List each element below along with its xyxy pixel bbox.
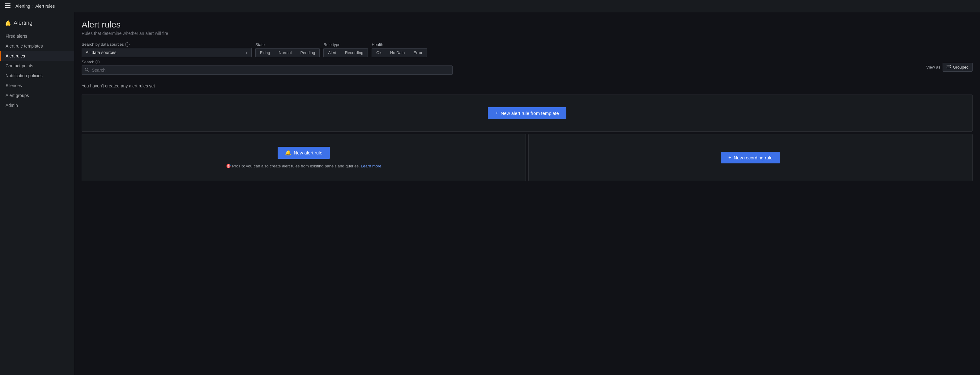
health-filter: Ok No Data Error — [372, 48, 427, 57]
template-card: + New alert rule from template — [82, 95, 972, 131]
layout: 🔔 Alerting Fired alerts Alert rule templ… — [0, 0, 980, 375]
two-column-card-row: 🔔 New alert rule 🎯 ProTip: you can also … — [82, 134, 972, 181]
state-filter-pending[interactable]: Pending — [296, 49, 319, 57]
view-as-container: View as Grouped — [926, 63, 972, 72]
sidebar-nav: Fired alerts Alert rule templates Alert … — [0, 31, 74, 110]
datasource-info-icon[interactable]: i — [125, 42, 129, 47]
search-info-icon[interactable]: i — [95, 60, 100, 64]
datasource-select[interactable]: All data sources ▾ — [82, 48, 251, 57]
rule-type-filter-recording[interactable]: Recording — [341, 49, 368, 57]
svg-rect-0 — [5, 3, 11, 4]
sidebar-item-notification-policies[interactable]: Notification policies — [0, 71, 74, 81]
sidebar-title: Alerting — [14, 20, 32, 26]
new-recording-rule-label: New recording rule — [733, 155, 773, 160]
view-as-grouped-label: Grouped — [953, 65, 969, 70]
health-filter-nodata[interactable]: No Data — [386, 49, 409, 57]
svg-rect-2 — [5, 7, 11, 8]
health-filter-ok[interactable]: Ok — [372, 49, 386, 57]
state-filter-label: State — [255, 42, 320, 47]
view-as-grouped-button[interactable]: Grouped — [943, 63, 972, 72]
state-filter-firing[interactable]: Firing — [256, 49, 275, 57]
recording-card: + New recording rule — [528, 134, 972, 181]
state-filter: Firing Normal Pending — [255, 48, 320, 57]
breadcrumb-current: Alert rules — [35, 4, 55, 9]
filter-row-1: Search by data sources i All data source… — [82, 42, 972, 57]
learn-more-link[interactable]: Learn more — [361, 164, 381, 168]
health-filter-error[interactable]: Error — [409, 49, 426, 57]
sidebar-item-silences[interactable]: Silences — [0, 81, 74, 90]
filters-container: Search by data sources i All data source… — [82, 42, 972, 75]
search-row: Search i View as — [82, 60, 972, 75]
svg-rect-6 — [947, 67, 951, 68]
select-dropdown-arrow: ▾ — [245, 50, 248, 55]
page-subtitle: Rules that determine whether an alert wi… — [82, 31, 972, 36]
datasource-select-value: All data sources — [86, 50, 116, 55]
rule-type-filter: Alert Recording — [323, 48, 368, 57]
breadcrumb: Alerting › Alert rules — [16, 4, 55, 9]
sidebar-item-admin[interactable]: Admin — [0, 100, 74, 110]
hamburger-menu-icon[interactable] — [5, 3, 11, 9]
bell-icon: 🔔 — [5, 20, 11, 26]
protip-text: 🎯 ProTip: you can also create alert rule… — [226, 164, 382, 168]
sidebar-item-alert-rule-templates[interactable]: Alert rule templates — [0, 41, 74, 51]
rule-type-filter-label: Rule type — [323, 42, 368, 47]
search-input-container — [82, 65, 453, 75]
empty-state-message: You haven't created any alert rules yet — [82, 80, 972, 92]
new-alert-rule-label: New alert rule — [294, 150, 323, 155]
sidebar: 🔔 Alerting Fired alerts Alert rule templ… — [0, 13, 74, 375]
view-as-label: View as — [926, 65, 940, 70]
new-alert-rule-from-template-label: New alert rule from template — [501, 111, 558, 116]
cards-section: + New alert rule from template 🔔 New ale… — [82, 95, 972, 181]
health-filter-label: Health — [372, 42, 427, 47]
alert-card: 🔔 New alert rule 🎯 ProTip: you can also … — [82, 134, 526, 181]
topbar: Alerting › Alert rules — [0, 0, 980, 13]
main-content: Alert rules Rules that determine whether… — [74, 13, 980, 375]
sidebar-item-alert-groups[interactable]: Alert groups — [0, 90, 74, 100]
new-alert-rule-button[interactable]: 🔔 New alert rule — [278, 147, 330, 159]
new-recording-rule-button[interactable]: + New recording rule — [721, 152, 780, 163]
search-input[interactable] — [82, 65, 453, 75]
plus-icon: + — [495, 110, 498, 116]
state-filter-normal[interactable]: Normal — [275, 49, 296, 57]
protip-target-icon: 🎯 — [226, 164, 231, 168]
rule-type-filter-alert[interactable]: Alert — [324, 49, 341, 57]
new-alert-rule-from-template-button[interactable]: + New alert rule from template — [488, 107, 566, 119]
breadcrumb-separator: › — [32, 4, 33, 9]
svg-rect-5 — [947, 65, 951, 66]
page-title: Alert rules — [82, 20, 972, 30]
alert-bell-icon: 🔔 — [285, 150, 291, 156]
breadcrumb-parent[interactable]: Alerting — [16, 4, 30, 9]
view-as-grouped-icon — [947, 65, 951, 70]
sidebar-item-alert-rules[interactable]: Alert rules — [0, 51, 74, 61]
search-icon — [85, 68, 89, 73]
datasource-filter-label: Search by data sources i — [82, 42, 251, 47]
search-filter-label: Search i — [82, 60, 923, 64]
recording-plus-icon: + — [729, 155, 731, 160]
sidebar-item-contact-points[interactable]: Contact points — [0, 61, 74, 71]
svg-rect-1 — [5, 5, 11, 6]
svg-point-3 — [85, 68, 88, 71]
sidebar-item-fired-alerts[interactable]: Fired alerts — [0, 31, 74, 41]
svg-line-4 — [88, 70, 89, 72]
sidebar-header: 🔔 Alerting — [0, 17, 74, 31]
